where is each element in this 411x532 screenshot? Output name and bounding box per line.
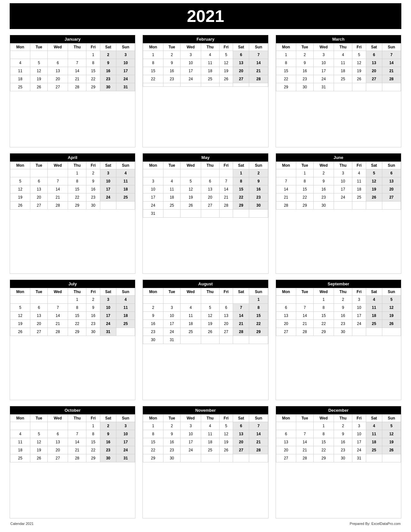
day-cell: 16 — [313, 185, 334, 193]
day-cell: 30 — [334, 454, 352, 462]
day-cell: 15 — [68, 185, 86, 193]
day-cell: 6 — [366, 51, 382, 59]
day-cell: 11 — [163, 185, 181, 193]
day-cell: 22 — [313, 320, 334, 328]
day-cell: 17 — [352, 312, 366, 320]
day-header: Tue — [163, 415, 181, 422]
day-cell: 27 — [276, 328, 296, 336]
day-header: Thu — [334, 162, 352, 169]
day-cell: 9 — [86, 177, 100, 185]
day-cell — [382, 202, 401, 210]
day-cell: 10 — [334, 177, 352, 185]
day-cell: 16 — [249, 185, 268, 193]
day-header: Sun — [382, 415, 401, 422]
day-header: Thu — [334, 288, 352, 296]
day-cell: 22 — [276, 75, 296, 83]
day-cell: 10 — [181, 59, 201, 67]
day-header: Sun — [116, 162, 135, 169]
day-cell: 7 — [296, 430, 314, 438]
day-cell: 8 — [86, 430, 100, 438]
day-cell: 1 — [276, 51, 296, 59]
month-table: MonTueWedThuFriSatSun1234567891011121314… — [10, 414, 135, 462]
calendars-grid: JanuaryMonTueWedThuFriSatSun123456789101… — [10, 35, 401, 518]
day-cell: 9 — [163, 430, 181, 438]
day-header: Thu — [201, 162, 219, 169]
day-header: Tue — [30, 44, 48, 51]
day-cell — [233, 83, 249, 87]
day-cell: 9 — [100, 430, 116, 438]
day-cell: 2 — [100, 422, 116, 430]
day-cell: 25 — [201, 446, 219, 454]
day-cell: 22 — [313, 446, 334, 454]
day-cell: 4 — [10, 430, 30, 438]
day-cell: 10 — [116, 430, 135, 438]
day-cell: 31 — [313, 83, 334, 91]
day-header: Sat — [366, 44, 382, 51]
day-cell: 11 — [10, 67, 30, 75]
day-cell — [219, 296, 233, 304]
day-header: Mon — [276, 415, 296, 422]
day-cell: 25 — [10, 454, 30, 462]
day-cell: 28 — [382, 75, 401, 83]
day-cell — [233, 210, 249, 218]
day-cell: 17 — [116, 67, 135, 75]
month-october: OctoberMonTueWedThuFriSatSun123456789101… — [10, 406, 135, 518]
day-cell: 9 — [249, 177, 268, 185]
month-december: DecemberMonTueWedThuFriSatSun12345678910… — [276, 406, 401, 518]
day-cell: 27 — [233, 446, 249, 454]
day-header: Tue — [163, 162, 181, 169]
day-cell: 15 — [86, 438, 100, 446]
day-cell: 13 — [219, 312, 233, 320]
day-cell: 30 — [249, 202, 268, 210]
day-cell: 9 — [334, 304, 352, 312]
day-cell: 9 — [296, 59, 314, 67]
day-header: Sat — [100, 415, 116, 422]
day-cell — [181, 296, 201, 304]
day-cell: 23 — [296, 75, 314, 83]
day-cell: 2 — [100, 51, 116, 59]
month-april: AprilMonTueWedThuFriSatSun12345678910111… — [10, 153, 135, 274]
day-cell: 18 — [116, 185, 135, 193]
day-cell: 15 — [68, 312, 86, 320]
day-cell: 23 — [143, 328, 163, 336]
day-cell: 6 — [276, 304, 296, 312]
day-cell: 15 — [249, 312, 268, 320]
day-cell — [116, 328, 135, 336]
day-cell: 6 — [276, 430, 296, 438]
day-cell: 8 — [68, 304, 86, 312]
day-header: Thu — [334, 44, 352, 51]
day-cell: 29 — [296, 202, 314, 210]
day-cell: 26 — [219, 446, 233, 454]
day-cell: 20 — [48, 75, 68, 83]
day-cell: 26 — [219, 75, 233, 83]
month-table: MonTueWedThuFriSatSun1234567891011121314… — [10, 43, 135, 91]
day-cell: 10 — [100, 304, 116, 312]
day-cell — [219, 336, 233, 344]
day-cell: 8 — [86, 59, 100, 67]
day-cell: 24 — [100, 193, 116, 202]
day-cell: 18 — [181, 320, 201, 328]
day-header: Sat — [366, 415, 382, 422]
day-cell: 18 — [10, 446, 30, 454]
day-cell: 17 — [181, 438, 201, 446]
day-cell: 12 — [201, 312, 219, 320]
day-cell: 19 — [352, 67, 366, 75]
day-cell: 6 — [219, 304, 233, 312]
day-cell — [10, 296, 30, 304]
day-cell: 1 — [249, 296, 268, 304]
day-cell: 11 — [201, 59, 219, 67]
day-cell: 23 — [313, 193, 334, 202]
day-cell — [181, 210, 201, 218]
day-cell: 23 — [100, 75, 116, 83]
day-cell: 21 — [68, 75, 86, 83]
day-cell — [296, 296, 314, 304]
day-cell: 4 — [366, 422, 382, 430]
day-cell: 19 — [10, 193, 30, 202]
day-cell: 19 — [366, 185, 382, 193]
day-cell — [233, 454, 249, 462]
day-cell — [163, 83, 181, 87]
day-header: Mon — [10, 162, 30, 169]
day-cell: 22 — [86, 446, 100, 454]
month-july: JulyMonTueWedThuFriSatSun123456789101112… — [10, 280, 135, 400]
day-cell: 11 — [181, 312, 201, 320]
